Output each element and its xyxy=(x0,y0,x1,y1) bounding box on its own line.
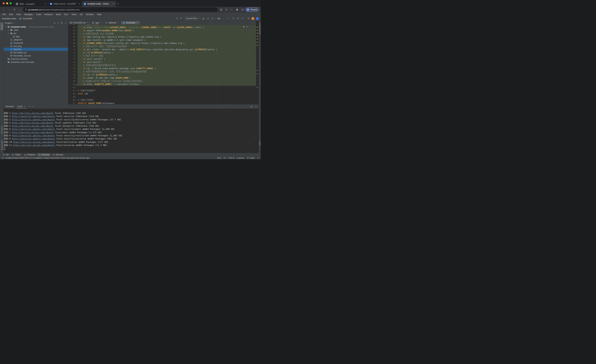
line-number[interactable]: 85 xyxy=(68,95,77,98)
line-number[interactable]: 81 xyxy=(68,83,77,86)
toolwindow-problems[interactable]: Problems xyxy=(23,153,37,156)
terminal-link[interactable]: http://security.ubuntu.com/ubuntu xyxy=(12,118,55,121)
terminal-link[interactable]: http://mirrors.aliyun.com/ubuntu xyxy=(12,131,53,134)
status-utf-8[interactable]: UTF-8 xyxy=(229,157,234,159)
tree-item-.idea[interactable]: ▸.idea xyxy=(4,29,68,32)
line-number[interactable]: 68 xyxy=(68,42,77,45)
menu-refactor[interactable]: Refactor xyxy=(43,13,54,16)
tree-item-.gitignore[interactable]: .gitignore xyxy=(4,38,68,41)
next-problem-icon[interactable]: ▾ xyxy=(250,26,251,27)
terminal-output[interactable]: 获取:1 http://mirrors.aliyun.com/ubuntu fo… xyxy=(4,109,259,150)
tree-open-arrow-icon[interactable]: ▾ xyxy=(5,26,7,28)
close-window-button[interactable] xyxy=(3,2,5,4)
line-number[interactable]: 69 xyxy=(68,45,77,48)
forward-icon[interactable]: → xyxy=(7,7,11,12)
menu-git[interactable]: Git xyxy=(78,13,84,16)
tab-close-icon[interactable]: × xyxy=(117,22,119,24)
line-number[interactable]: 62 xyxy=(68,25,77,26)
prev-problem-icon[interactable]: ▴ xyxy=(249,26,249,27)
tab-close-icon[interactable]: × xyxy=(100,22,102,24)
tree-closed-arrow-icon[interactable]: ▸ xyxy=(7,29,9,31)
terminal-link[interactable]: http://security.ubuntu.com/ubuntu xyxy=(12,134,55,137)
hide-panel-icon[interactable]: — xyxy=(65,22,67,24)
stop-button[interactable]: ■ xyxy=(211,17,214,20)
terminal-link[interactable]: http://security.ubuntu.com/ubuntu xyxy=(12,138,55,140)
line-number[interactable]: 76 xyxy=(68,67,77,70)
status-4-spaces[interactable]: 4 spaces xyxy=(237,157,244,159)
back-icon[interactable]: ← xyxy=(2,7,6,12)
terminal-link[interactable]: http://mirrors.aliyun.com/ubuntu xyxy=(12,122,53,124)
menu-build[interactable]: Build xyxy=(54,13,62,16)
breadcrumb-file[interactable]: Dockerfile xyxy=(23,17,32,20)
user-avatar[interactable] xyxy=(256,17,259,20)
toolwindow-terminal[interactable]: Terminal xyxy=(37,153,50,156)
line-number[interactable]: 78 xyxy=(68,73,77,76)
tree-item-dockerfile[interactable]: Dockerfile xyxy=(4,41,68,44)
tree-open-arrow-icon[interactable]: ▾ xyxy=(7,32,9,34)
close-icon[interactable]: × xyxy=(23,105,26,108)
code-area[interactable]: 62# 设置环境变量63&& echo "export PATH=${USER_… xyxy=(68,25,256,104)
side-panel-icon[interactable] xyxy=(240,7,245,12)
tree-item-scratchesandconsoles[interactable]: Scratches and Consoles xyxy=(4,60,68,64)
terminal-link[interactable]: http://security.ubuntu.com/ubuntu xyxy=(12,115,55,117)
locate-file-icon[interactable] xyxy=(53,22,56,24)
stripe-mark[interactable] xyxy=(257,87,258,87)
stripe-bookmarks[interactable]: Bookmarks xyxy=(0,140,3,150)
history-icon[interactable]: ↺ xyxy=(236,17,239,20)
tree-item-icon.png[interactable]: icon.png xyxy=(4,44,68,48)
status-92-9[interactable]: 92:9 xyxy=(217,157,221,159)
stripe-mark[interactable] xyxy=(257,39,258,39)
terminal-link[interactable]: http://mirrors.aliyun.com/ubuntu xyxy=(13,141,55,143)
bookmark-star-icon[interactable]: ☆ xyxy=(230,7,234,12)
stripe-mark[interactable] xyxy=(257,33,258,33)
status-lf[interactable]: LF xyxy=(224,157,226,159)
line-number[interactable]: 70 xyxy=(68,48,77,51)
extensions-icon[interactable] xyxy=(235,7,239,12)
browser-tab[interactable]: wetty-source - CloudIDE× xyxy=(48,1,82,7)
status-pencil[interactable] xyxy=(257,157,259,159)
line-number[interactable]: 80 xyxy=(68,80,77,83)
share-icon[interactable] xyxy=(224,7,229,12)
commit-icon[interactable]: ✓ xyxy=(227,17,230,20)
line-number[interactable]: 65 xyxy=(68,32,77,35)
stripe-mark[interactable] xyxy=(257,73,258,74)
tree-item-makefile[interactable]: MMakefile xyxy=(4,48,68,51)
stripe-notifications[interactable]: Notifications xyxy=(259,25,261,35)
menu-navigate[interactable]: Navigate xyxy=(22,13,34,16)
line-number[interactable]: 64 xyxy=(68,29,77,32)
tree-item-readme_cn.md[interactable]: README_CN.md xyxy=(4,54,68,57)
profile-paused-badge[interactable]: J Paused xyxy=(246,7,259,12)
project-panel-title[interactable]: Project xyxy=(5,22,12,24)
reload-icon[interactable]: ↻ xyxy=(12,7,17,12)
terminal-link[interactable]: http://security.ubuntu.com/ubuntu xyxy=(12,128,55,130)
menu-tools[interactable]: Tools xyxy=(70,13,78,16)
terminal-link[interactable]: http://mirrors.aliyun.com/ubuntu xyxy=(12,125,53,127)
build-icon[interactable] xyxy=(180,17,182,20)
stripe-structure[interactable]: Structure xyxy=(0,126,3,134)
tree-item-externallibraries[interactable]: External Libraries xyxy=(4,57,68,60)
hide-panel-icon[interactable]: — xyxy=(255,105,257,108)
terminal-tab-local[interactable]: Local × xyxy=(16,104,27,109)
line-number[interactable]: 83 xyxy=(68,89,77,92)
tree-item-template-wetty[interactable]: ▾template-wetty~/workspace/template-wett… xyxy=(4,25,68,29)
editor-tab-dockerfile[interactable]: Dockerfile× xyxy=(121,21,140,24)
menu-file[interactable]: File xyxy=(1,13,7,16)
reading-list-icon[interactable] xyxy=(219,7,223,12)
editor-tab-app[interactable]: app× xyxy=(90,21,104,24)
error-stripe[interactable] xyxy=(256,21,259,104)
menu-view[interactable]: View xyxy=(15,13,22,16)
status-message[interactable]: Localized IntelliJ IDEA 2022.2.2 is avai… xyxy=(5,157,90,159)
maximize-window-button[interactable] xyxy=(10,2,12,4)
inspections-widget[interactable]: 15 ▴ ▾ xyxy=(241,25,253,28)
line-number[interactable]: 79 xyxy=(68,76,77,80)
menu-help[interactable]: Help xyxy=(95,13,103,16)
tab-close-icon[interactable]: × xyxy=(136,22,138,24)
run-config-select[interactable]: Current File▾ xyxy=(184,17,200,20)
line-number[interactable]: 86 xyxy=(68,98,77,102)
debug-button[interactable] xyxy=(207,17,209,20)
line-number[interactable]: 72 xyxy=(68,54,77,57)
sync-settings-icon[interactable] xyxy=(176,17,179,20)
notifications-bell-icon[interactable] xyxy=(259,22,261,25)
menu-run[interactable]: Run xyxy=(62,13,70,16)
new-tab-button[interactable]: + xyxy=(116,1,120,6)
